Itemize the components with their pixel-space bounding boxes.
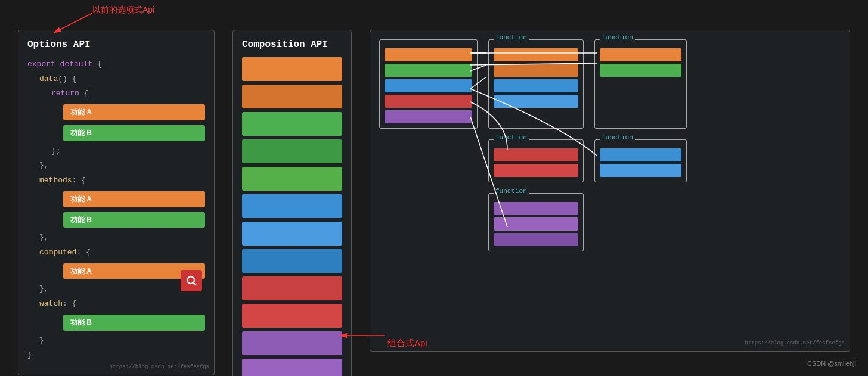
func5-bar2 <box>494 217 578 231</box>
code-brace: { <box>92 57 102 72</box>
bar-11 <box>242 331 342 355</box>
right-panel-watermark: https://blog.csdn.net/fesfsefgs <box>745 340 845 346</box>
code-methods: methods <box>39 173 72 188</box>
function-label-1: function <box>494 34 529 41</box>
right-diagram-panel: function function funct <box>370 30 850 352</box>
function-box-2: function <box>594 39 687 129</box>
bar-2 <box>242 85 342 108</box>
main-bar-purple <box>385 110 472 123</box>
code-line-3: return { <box>51 86 205 101</box>
func3-bar2 <box>494 164 578 177</box>
code-line-6: methods : { <box>39 173 205 188</box>
data-badges: 功能 A 功能 B <box>63 103 205 142</box>
func-bars-1 <box>494 48 578 108</box>
func1-bar4 <box>494 95 578 108</box>
function-label-3: function <box>494 134 529 141</box>
main-bar-red <box>385 95 472 108</box>
func4-bar1 <box>600 148 681 161</box>
search-icon-button[interactable] <box>181 270 202 291</box>
code-line-2: data () { <box>39 72 205 87</box>
code-close5: } <box>39 334 44 349</box>
code-block: export default { data () { return { 功能 A… <box>27 57 205 363</box>
function-label-4: function <box>600 134 635 141</box>
search-icon <box>185 275 197 287</box>
func-bars-4 <box>600 148 681 177</box>
bar-3 <box>242 112 342 136</box>
bar-6 <box>242 194 342 218</box>
code-line-8: computed : { <box>39 246 205 260</box>
func-bars-2 <box>600 48 681 77</box>
func2-bar2 <box>600 64 681 77</box>
badge-func-b-watch: 功能 B <box>63 315 205 331</box>
code-computed: computed <box>39 246 76 260</box>
diagram-grid: function function funct <box>379 39 841 251</box>
svg-line-3 <box>194 283 197 286</box>
bar-7 <box>242 222 342 246</box>
code-colon3: : { <box>63 297 76 312</box>
csdn-watermark: CSDN @smilehji <box>807 360 856 367</box>
func1-bar2 <box>494 64 578 77</box>
code-colon1: : { <box>72 173 86 188</box>
code-method: data <box>39 72 58 87</box>
left-panel-watermark: https://blog.csdn.net/fesfsefgs <box>110 364 209 370</box>
main-component-box <box>379 39 478 129</box>
func4-bar2 <box>600 164 681 177</box>
color-bars <box>242 57 342 376</box>
main-bar-blue <box>385 79 472 92</box>
badge-func-b-methods: 功能 B <box>63 212 205 228</box>
code-line-4: }; <box>51 144 205 159</box>
code-brace2: { <box>79 86 89 101</box>
bar-10 <box>242 304 342 328</box>
func-bars-3 <box>494 148 578 177</box>
func5-bar1 <box>494 202 578 215</box>
main-bar-orange <box>385 48 472 61</box>
main-bars <box>385 48 472 123</box>
code-line-11: } <box>39 334 205 349</box>
function-box-5: function <box>488 193 584 251</box>
bar-5 <box>242 167 342 191</box>
code-watch: watch <box>39 297 63 312</box>
function-box-3: function <box>488 139 584 182</box>
code-line-5: }, <box>39 159 205 173</box>
watch-badges: 功能 B <box>63 313 205 332</box>
code-close6: } <box>27 348 32 363</box>
badge-func-b-data: 功能 B <box>63 125 205 141</box>
code-line-7: }, <box>39 231 205 246</box>
code-paren: () { <box>58 72 76 87</box>
bar-8 <box>242 249 342 273</box>
func-bars-5 <box>494 202 578 246</box>
function-box-1: function <box>488 39 584 129</box>
code-line-10: watch : { <box>39 297 205 312</box>
function-label-5: function <box>494 188 529 195</box>
main-bar-green <box>385 64 472 77</box>
main-container: 以前的选项式Api Options API export default { d… <box>0 0 868 376</box>
function-label-2: function <box>600 34 635 41</box>
spacer-row3-col1 <box>379 193 478 251</box>
bar-9 <box>242 276 342 300</box>
code-close1: }; <box>51 144 61 159</box>
spacer-row2-col1 <box>379 139 478 145</box>
func1-bar1 <box>494 48 578 61</box>
code-close4: }, <box>39 282 49 297</box>
func5-bar3 <box>494 233 578 246</box>
func3-bar1 <box>494 148 578 161</box>
composition-api-title: Composition API <box>242 39 342 50</box>
spacer-row3-col3 <box>594 193 687 251</box>
badge-func-a-methods: 功能 A <box>63 191 205 207</box>
annotation-top: 以前的选项式Api <box>92 5 154 15</box>
code-close3: }, <box>39 231 49 246</box>
bar-12 <box>242 359 342 376</box>
composition-api-panel: Composition API https://blog.csdn.net/fe… <box>232 30 352 376</box>
badge-func-a-data: 功能 A <box>63 104 205 120</box>
svg-point-2 <box>187 276 194 284</box>
func1-bar3 <box>494 79 578 92</box>
code-line-1: export default { <box>27 57 205 72</box>
methods-badges: 功能 A 功能 B <box>63 190 205 229</box>
code-keyword: export default <box>27 57 92 72</box>
options-api-panel: Options API export default { data () { r… <box>18 30 215 375</box>
function-box-4: function <box>594 139 687 182</box>
code-return: return <box>51 86 79 101</box>
annotation-bottom-text: 组合式Api <box>388 338 427 349</box>
func2-bar1 <box>600 48 681 61</box>
options-api-title: Options API <box>27 39 205 50</box>
